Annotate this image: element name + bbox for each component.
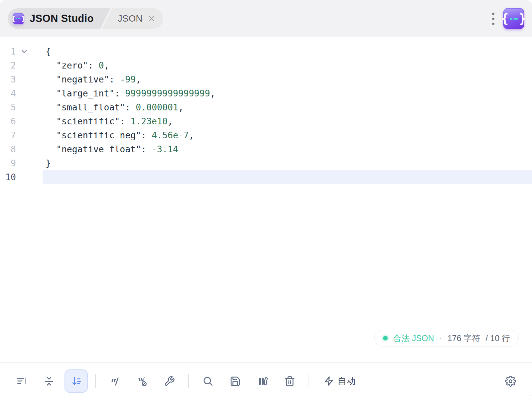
- fold-gutter[interactable]: [16, 100, 43, 114]
- fold-gutter[interactable]: [16, 86, 43, 100]
- status-badge: 合法 JSON · 176 字符 / 10 行: [374, 330, 519, 346]
- header-bar: { } JSON Studio JSON { }: [0, 0, 532, 37]
- fold-gutter[interactable]: [16, 170, 43, 184]
- fold-gutter[interactable]: [16, 156, 43, 170]
- toolbar-divider: [95, 374, 96, 388]
- unescape-quotes-button[interactable]: [130, 369, 154, 393]
- code-line[interactable]: 10: [0, 170, 532, 184]
- save-button[interactable]: [223, 369, 247, 393]
- app-title: JSON Studio: [30, 13, 94, 25]
- code-line[interactable]: 1 {: [0, 45, 532, 59]
- line-number: 10: [0, 170, 16, 184]
- code-lines: 1 { 2 "zero": 0, 3 "negative": -99, 4: [0, 45, 532, 184]
- tab-label: JSON: [118, 13, 143, 24]
- gear-icon: [505, 376, 516, 387]
- delete-button[interactable]: [278, 369, 301, 393]
- sort-button[interactable]: [65, 369, 88, 393]
- line-number: 8: [0, 142, 16, 156]
- fold-gutter[interactable]: [16, 45, 43, 59]
- format-icon: [16, 376, 27, 387]
- save-icon: [230, 376, 241, 387]
- bottom-toolbar: 自动: [0, 362, 532, 399]
- line-content[interactable]: "negative_float": -3.14: [43, 142, 532, 156]
- line-content[interactable]: "negative": -99,: [43, 72, 532, 86]
- line-content[interactable]: }: [43, 156, 532, 170]
- line-number: 9: [0, 156, 16, 170]
- tab-bar: { } JSON Studio JSON: [8, 8, 163, 29]
- fold-gutter[interactable]: [16, 72, 43, 86]
- line-number: 6: [0, 114, 16, 128]
- line-content[interactable]: "small_float": 0.000001,: [43, 100, 532, 114]
- repair-button[interactable]: [158, 369, 181, 393]
- fold-gutter[interactable]: [16, 128, 43, 142]
- fold-gutter[interactable]: [16, 59, 43, 72]
- line-number: 4: [0, 86, 16, 100]
- line-content[interactable]: {: [43, 45, 532, 59]
- valid-json-label: 合法 JSON: [393, 333, 434, 344]
- line-number: 7: [0, 128, 16, 142]
- chevron-down-icon[interactable]: [20, 47, 29, 56]
- line-count: / 10 行: [485, 333, 510, 344]
- code-line[interactable]: 7 "scientific_neg": 4.56e-7,: [0, 128, 532, 142]
- lightning-icon: [324, 376, 334, 386]
- trash-icon: [284, 376, 295, 387]
- code-line[interactable]: 3 "negative": -99,: [0, 72, 532, 86]
- search-button[interactable]: [196, 369, 219, 393]
- tab-json-document[interactable]: JSON: [102, 8, 164, 29]
- fold-gutter[interactable]: [16, 142, 43, 156]
- code-line[interactable]: 4 "large_int": 9999999999999999,: [0, 86, 532, 100]
- code-line[interactable]: 2 "zero": 0,: [0, 59, 532, 72]
- line-content[interactable]: [43, 170, 532, 184]
- status-separator: ·: [439, 333, 442, 343]
- line-number: 1: [0, 45, 16, 59]
- code-line[interactable]: 6 "scientific": 1.23e10,: [0, 114, 532, 128]
- app-home-tab[interactable]: { } JSON Studio: [8, 8, 110, 29]
- code-line[interactable]: 9 }: [0, 156, 532, 170]
- json-studio-window: { } JSON Studio JSON { }: [0, 0, 532, 399]
- settings-button[interactable]: [499, 369, 522, 393]
- collapse-icon: [44, 376, 55, 387]
- wrench-icon: [164, 376, 175, 387]
- compress-button[interactable]: [37, 369, 61, 393]
- valid-dot-icon: [383, 336, 388, 340]
- line-number: 5: [0, 100, 16, 114]
- auto-mode-button[interactable]: 自动: [321, 369, 359, 393]
- code-line[interactable]: 5 "small_float": 0.000001,: [0, 100, 532, 114]
- code-line[interactable]: 8 "negative_float": -3.14: [0, 142, 532, 156]
- escape-quotes-button[interactable]: [103, 369, 126, 393]
- sort-icon: [71, 376, 82, 387]
- auto-mode-label: 自动: [337, 375, 355, 387]
- toolbar-divider: [188, 374, 189, 388]
- line-content[interactable]: "scientific": 1.23e10,: [43, 114, 532, 128]
- more-menu-icon[interactable]: [490, 11, 496, 27]
- char-count: 176 字符: [448, 333, 480, 344]
- close-tab-icon[interactable]: [148, 15, 156, 23]
- header-right: { }: [490, 8, 524, 29]
- panels-button[interactable]: [251, 369, 274, 393]
- format-button[interactable]: [10, 369, 33, 393]
- remove-quotes-icon: [137, 376, 148, 387]
- line-content[interactable]: "large_int": 9999999999999999,: [43, 86, 532, 100]
- app-brand-icon[interactable]: { }: [503, 8, 524, 29]
- add-quotes-icon: [109, 376, 120, 387]
- line-content[interactable]: "scientific_neg": 4.56e-7,: [43, 128, 532, 142]
- line-number: 3: [0, 72, 16, 86]
- toolbar-divider: [309, 374, 309, 388]
- app-logo-icon: { }: [13, 13, 24, 24]
- search-icon: [202, 376, 213, 387]
- fold-gutter[interactable]: [16, 114, 43, 128]
- code-editor[interactable]: 1 { 2 "zero": 0, 3 "negative": -99, 4: [0, 37, 532, 362]
- panels-icon: [257, 376, 268, 387]
- line-content[interactable]: "zero": 0,: [43, 59, 532, 72]
- line-number: 2: [0, 59, 16, 72]
